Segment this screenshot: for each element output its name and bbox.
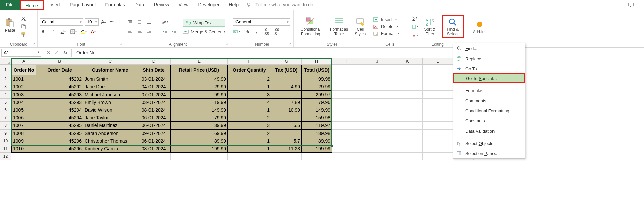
align-center-button[interactable]: [136, 28, 143, 35]
col-head-E[interactable]: E: [171, 58, 228, 65]
cell[interactable]: [137, 153, 171, 160]
increase-decimal-button[interactable]: .0.00: [263, 28, 270, 35]
menu-comments[interactable]: Comments: [453, 96, 525, 106]
clear-button[interactable]: [411, 32, 418, 39]
col-head-K[interactable]: K: [392, 58, 423, 65]
cell[interactable]: [271, 91, 302, 99]
cell[interactable]: Jane Taylor: [83, 114, 137, 122]
cell[interactable]: [423, 153, 453, 160]
row-head-7[interactable]: 7: [0, 114, 11, 122]
cell[interactable]: [362, 75, 392, 83]
align-bottom-button[interactable]: [146, 19, 153, 25]
cell[interactable]: 139.98: [302, 130, 332, 137]
increase-indent-button[interactable]: [171, 28, 177, 35]
cell[interactable]: 89.99: [302, 137, 332, 145]
cell[interactable]: 03-01-2024: [137, 75, 171, 83]
row-head-4[interactable]: 4: [0, 91, 11, 99]
cell[interactable]: [271, 153, 302, 160]
cell[interactable]: 49.99: [171, 75, 228, 83]
menu-data-validation[interactable]: Data Validation: [453, 126, 525, 136]
cell[interactable]: 1002: [11, 83, 36, 91]
tab-review[interactable]: Review: [149, 0, 174, 10]
tab-file[interactable]: File: [0, 0, 20, 10]
clipboard-launcher-icon[interactable]: ⤢: [33, 42, 35, 46]
decrease-indent-button[interactable]: [161, 28, 168, 35]
cell[interactable]: 5.7: [271, 137, 302, 145]
cell[interactable]: [11, 153, 36, 160]
cell[interactable]: [332, 145, 362, 153]
cell[interactable]: David Wilson: [83, 106, 137, 114]
cell[interactable]: [392, 137, 423, 145]
fill-handle[interactable]: [331, 145, 333, 147]
number-format-combo[interactable]: General: [233, 18, 290, 26]
menu-select-objects[interactable]: Select Objects: [453, 138, 525, 148]
cell[interactable]: [332, 99, 362, 106]
fill-color-button[interactable]: [80, 28, 87, 35]
cell[interactable]: 1010: [11, 145, 36, 153]
cell[interactable]: 69.99: [171, 130, 228, 137]
cell[interactable]: 06-01-2024: [137, 114, 171, 122]
align-middle-button[interactable]: [136, 19, 143, 25]
cell[interactable]: [423, 145, 453, 153]
cell[interactable]: [332, 114, 362, 122]
menu-goto[interactable]: Go To...: [453, 64, 525, 74]
cell[interactable]: [362, 99, 392, 106]
cell[interactable]: 2: [228, 114, 271, 122]
cut-button[interactable]: [20, 15, 27, 22]
cell[interactable]: Jane Doe: [83, 83, 137, 91]
tab-data[interactable]: Data: [130, 0, 149, 10]
borders-button[interactable]: [70, 28, 77, 35]
select-all-corner[interactable]: [0, 58, 11, 65]
cell[interactable]: John Smith: [83, 75, 137, 83]
name-box[interactable]: A1: [1, 49, 41, 57]
cell[interactable]: [362, 153, 392, 160]
cell[interactable]: [362, 83, 392, 91]
cell[interactable]: 6.5: [271, 122, 302, 130]
cancel-formula-button[interactable]: ✕: [45, 50, 53, 56]
cell[interactable]: [392, 114, 423, 122]
tab-formulas[interactable]: Formulas: [101, 0, 130, 10]
cell[interactable]: [362, 145, 392, 153]
header-cell[interactable]: Customer Name: [83, 65, 137, 75]
cell[interactable]: 04-01-2024: [137, 83, 171, 91]
cell[interactable]: [392, 75, 423, 83]
cell[interactable]: [423, 75, 453, 83]
percent-button[interactable]: %: [243, 28, 250, 35]
row-head-8[interactable]: 8: [0, 122, 11, 130]
cell[interactable]: [423, 99, 453, 106]
cell[interactable]: [392, 130, 423, 137]
enter-formula-button[interactable]: ✓: [53, 50, 61, 56]
font-launcher-icon[interactable]: ⤢: [120, 42, 123, 46]
cell[interactable]: [392, 122, 423, 130]
insert-function-button[interactable]: fx: [61, 50, 70, 56]
cell[interactable]: [392, 91, 423, 99]
cell[interactable]: 09-01-2024: [137, 130, 171, 137]
row-head-3[interactable]: 3: [0, 83, 11, 91]
format-cells-button[interactable]: Format▾: [373, 31, 399, 36]
font-size-combo[interactable]: 10: [85, 18, 99, 26]
cell[interactable]: 3: [228, 122, 271, 130]
font-color-button[interactable]: A: [90, 28, 97, 35]
cell[interactable]: [362, 114, 392, 122]
cell[interactable]: [423, 83, 453, 91]
delete-cells-button[interactable]: Delete▾: [373, 24, 398, 29]
cell[interactable]: [332, 75, 362, 83]
cell[interactable]: 1009: [11, 137, 36, 145]
cell[interactable]: 29.99: [302, 83, 332, 91]
cell[interactable]: 4.99: [271, 83, 302, 91]
cell[interactable]: 29.99: [171, 83, 228, 91]
sort-filter-button[interactable]: AZ Sort & Filter: [420, 16, 440, 37]
cell[interactable]: 45293: [36, 91, 83, 99]
row-head-11[interactable]: 11: [0, 145, 11, 153]
cell[interactable]: 45296: [36, 137, 83, 145]
cell[interactable]: [362, 106, 392, 114]
cell[interactable]: 79.96: [302, 99, 332, 106]
increase-font-button[interactable]: A▴: [100, 19, 107, 25]
menu-goto-special[interactable]: Go To Special...: [453, 73, 525, 83]
row-head-5[interactable]: 5: [0, 99, 11, 106]
decrease-decimal-button[interactable]: .00.0: [273, 28, 280, 35]
cell[interactable]: 299.97: [302, 91, 332, 99]
decrease-font-button[interactable]: A▾: [108, 19, 115, 25]
align-top-button[interactable]: [127, 19, 134, 25]
comments-button[interactable]: [618, 0, 644, 10]
